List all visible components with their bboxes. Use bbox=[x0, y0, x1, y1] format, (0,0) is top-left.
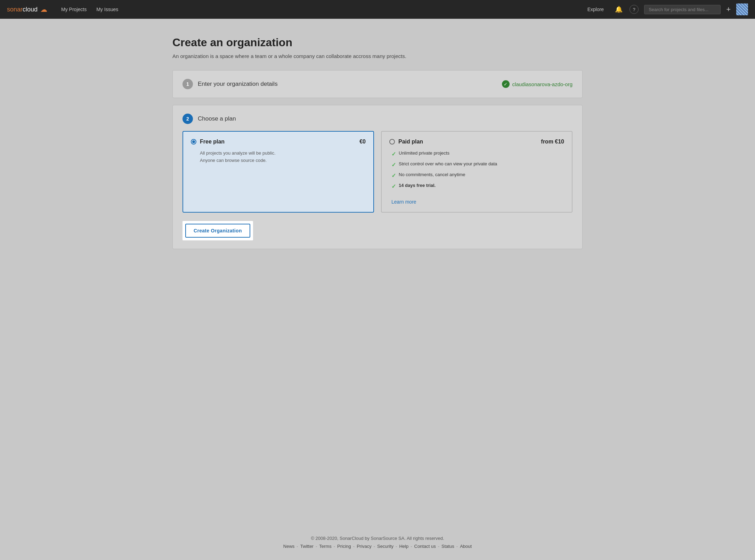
free-plan-radio[interactable] bbox=[191, 139, 196, 145]
footer-help[interactable]: Help bbox=[399, 544, 408, 549]
step2-number: 2 bbox=[182, 114, 193, 124]
check-icon-2: ✓ bbox=[391, 161, 396, 169]
paid-plan-price: from €10 bbox=[541, 139, 564, 145]
footer-links: News - Twitter - Terms - Pricing - Priva… bbox=[7, 544, 748, 549]
step2-header: 2 Choose a plan bbox=[182, 114, 573, 124]
footer-news[interactable]: News bbox=[283, 544, 295, 549]
notification-icon[interactable]: 🔔 bbox=[614, 4, 624, 15]
footer-privacy[interactable]: Privacy bbox=[357, 544, 372, 549]
radio-inner bbox=[192, 140, 195, 143]
create-btn-wrap: Create Organization bbox=[182, 221, 253, 240]
check-icon-1: ✓ bbox=[391, 150, 396, 158]
paid-plan-card[interactable]: Paid plan from €10 ✓ Unlimited private p… bbox=[381, 131, 573, 213]
nav-links: My Projects My Issues bbox=[57, 5, 122, 14]
page-subtitle: An organization is a space where a team … bbox=[172, 53, 583, 59]
footer-twitter[interactable]: Twitter bbox=[300, 544, 314, 549]
check-icon-3: ✓ bbox=[391, 172, 396, 180]
paid-plan-header: Paid plan from €10 bbox=[389, 139, 564, 145]
footer-contact[interactable]: Contact us bbox=[414, 544, 436, 549]
free-plan-name: Free plan bbox=[200, 139, 225, 145]
paid-plan-feature-3: ✓ No commitments, cancel anytime bbox=[391, 171, 564, 180]
help-icon[interactable]: ? bbox=[630, 5, 639, 14]
cloud-icon: ☁ bbox=[40, 5, 47, 14]
paid-plan-features: ✓ Unlimited private projects ✓ Strict co… bbox=[391, 150, 564, 191]
nav-my-issues[interactable]: My Issues bbox=[92, 5, 122, 14]
step2-label: Choose a plan bbox=[198, 115, 236, 122]
search-input[interactable] bbox=[644, 5, 721, 14]
plan-row: Free plan €0 All projects you analyze wi… bbox=[182, 131, 573, 213]
avatar[interactable] bbox=[736, 3, 748, 15]
paid-plan-feature-2: ✓ Strict control over who can view your … bbox=[391, 160, 564, 169]
paid-plan-feature-1: ✓ Unlimited private projects bbox=[391, 150, 564, 158]
footer: © 2008-2020, SonarCloud by SonarSource S… bbox=[0, 526, 755, 560]
create-organization-button[interactable]: Create Organization bbox=[185, 224, 250, 238]
footer-about[interactable]: About bbox=[460, 544, 472, 549]
brand-name: sonarcloud bbox=[7, 6, 38, 13]
step1-org-name: claudiasonarova-azdo-org bbox=[512, 81, 573, 87]
main-content: Create an organization An organization i… bbox=[152, 19, 603, 526]
footer-status[interactable]: Status bbox=[441, 544, 454, 549]
learn-more-link[interactable]: Learn more bbox=[391, 199, 416, 205]
step1-label: Enter your organization details bbox=[198, 81, 278, 88]
footer-pricing[interactable]: Pricing bbox=[337, 544, 351, 549]
brand-logo[interactable]: sonarcloud ☁ bbox=[7, 5, 47, 14]
footer-terms[interactable]: Terms bbox=[319, 544, 331, 549]
page-title: Create an organization bbox=[172, 36, 583, 49]
check-icon-4: ✓ bbox=[391, 182, 396, 191]
step1-card: 1 Enter your organization details ✓ clau… bbox=[172, 70, 583, 98]
free-plan-header: Free plan €0 bbox=[191, 139, 366, 145]
free-plan-name-row: Free plan bbox=[191, 139, 225, 145]
footer-copyright: © 2008-2020, SonarCloud by SonarSource S… bbox=[7, 536, 748, 541]
free-plan-card[interactable]: Free plan €0 All projects you analyze wi… bbox=[182, 131, 374, 213]
step1-check-icon: ✓ bbox=[502, 80, 510, 88]
nav-my-projects[interactable]: My Projects bbox=[57, 5, 91, 14]
step1-completed: ✓ claudiasonarova-azdo-org bbox=[502, 80, 573, 88]
footer-security[interactable]: Security bbox=[377, 544, 393, 549]
paid-plan-feature-4: ✓ 14 days free trial. bbox=[391, 182, 564, 191]
paid-plan-radio[interactable] bbox=[389, 139, 395, 145]
step1-number: 1 bbox=[182, 79, 193, 89]
nav-explore[interactable]: Explore bbox=[583, 5, 608, 14]
paid-plan-name: Paid plan bbox=[398, 139, 423, 145]
step1-header: 1 Enter your organization details ✓ clau… bbox=[182, 79, 573, 89]
step2-card: 2 Choose a plan Free plan €0 All project… bbox=[172, 105, 583, 249]
navbar: sonarcloud ☁ My Projects My Issues Explo… bbox=[0, 0, 755, 19]
add-button[interactable]: + bbox=[726, 5, 731, 14]
nav-right: Explore 🔔 ? + bbox=[583, 3, 748, 15]
free-plan-price: €0 bbox=[359, 139, 366, 145]
free-plan-desc: All projects you analyze will be public.… bbox=[200, 150, 366, 164]
paid-plan-name-row: Paid plan bbox=[389, 139, 423, 145]
